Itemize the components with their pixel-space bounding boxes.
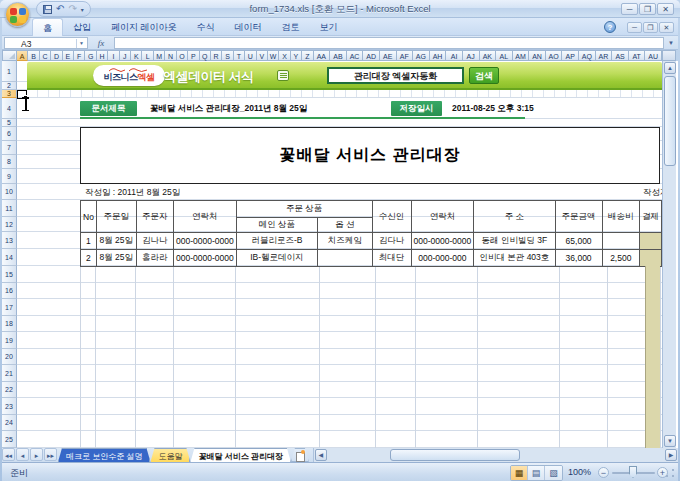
column-header-I[interactable]: I <box>108 50 119 61</box>
sheet-tab-active[interactable]: 꽃배달 서비스 관리대장 <box>190 448 290 462</box>
column-header-M[interactable]: M <box>154 50 165 61</box>
row-header-24[interactable]: 24 <box>2 415 17 431</box>
table-cell[interactable]: 2 <box>81 250 97 267</box>
column-header-B[interactable]: B <box>28 50 39 61</box>
first-sheet-icon[interactable]: ◂◂ <box>2 448 15 461</box>
table-cell[interactable] <box>639 250 661 267</box>
column-header-AS[interactable]: AS <box>612 50 629 61</box>
table-cell[interactable]: 000-0000-0000 <box>173 233 236 250</box>
column-header-D[interactable]: D <box>51 50 62 61</box>
table-cell[interactable] <box>318 250 372 267</box>
column-header-AK[interactable]: AK <box>480 50 497 61</box>
column-header-AU[interactable]: AU <box>645 50 662 61</box>
row-header-22[interactable]: 22 <box>2 382 17 398</box>
vertical-scrollbar[interactable]: ▲ ▼ <box>662 61 676 448</box>
formula-bar-expand-icon[interactable]: ▼ <box>664 37 678 49</box>
page-break-view-icon[interactable]: ▧ <box>545 466 562 480</box>
table-cell[interactable]: IB-헬로데이지 <box>236 250 318 267</box>
column-header-AP[interactable]: AP <box>562 50 579 61</box>
table-header[interactable]: 주문일 <box>96 201 136 233</box>
ribbon-tab-1[interactable]: 홈 <box>32 18 63 36</box>
banner-search-input[interactable]: 관리대장 엑셀자동화 <box>327 67 464 84</box>
row-header-19[interactable]: 19 <box>2 332 17 349</box>
horizontal-scroll-thumb[interactable] <box>390 449 520 461</box>
row-header-21[interactable]: 21 <box>2 365 17 382</box>
column-header-AO[interactable]: AO <box>546 50 563 61</box>
column-header-AH[interactable]: AH <box>430 50 447 61</box>
row-header-15[interactable]: 15 <box>2 266 17 283</box>
table-cell[interactable]: 2,500 <box>602 250 639 267</box>
ribbon-tab-4[interactable]: 수식 <box>187 18 225 36</box>
column-header-L[interactable]: L <box>142 50 153 61</box>
ribbon-tab-6[interactable]: 검토 <box>272 18 310 36</box>
column-header-S[interactable]: S <box>222 50 233 61</box>
table-cell[interactable]: 000-000-000 <box>411 250 474 267</box>
workbook-close-button[interactable]: ✕ <box>659 22 674 33</box>
row-header-7[interactable]: 7 <box>2 141 17 155</box>
office-button[interactable] <box>5 2 30 27</box>
column-header-W[interactable]: W <box>268 50 279 61</box>
column-header-AJ[interactable]: AJ <box>463 50 480 61</box>
table-cell[interactable]: 동래 인비빌딩 3F <box>474 233 555 250</box>
row-header-17[interactable]: 17 <box>2 299 17 316</box>
row-header-16[interactable]: 16 <box>2 283 17 299</box>
row-header-13[interactable]: 13 <box>2 232 17 249</box>
row-header-11[interactable]: 11 <box>2 200 17 217</box>
insert-worksheet-tab[interactable] <box>291 448 309 462</box>
row-header-6[interactable]: 6 <box>2 127 17 141</box>
table-header[interactable]: 주문자 <box>136 201 173 233</box>
sheet-tab-help[interactable]: 도움말 <box>150 448 190 462</box>
row-header-18[interactable]: 18 <box>2 316 17 332</box>
scroll-up-icon[interactable]: ▲ <box>664 62 676 74</box>
table-header-group[interactable]: 주문 상품 <box>236 201 372 218</box>
table-cell[interactable]: 000-0000-0000 <box>173 250 236 267</box>
table-header[interactable]: 결제 <box>639 201 661 233</box>
column-header-A[interactable]: A <box>17 50 28 61</box>
table-cell[interactable] <box>602 233 639 250</box>
scroll-right-icon[interactable]: ▶ <box>665 449 677 461</box>
row-header-9[interactable]: 9 <box>2 169 17 184</box>
ribbon-tab-3[interactable]: 페이지 레이아웃 <box>101 18 187 36</box>
row-header-3[interactable]: 3 <box>2 90 17 98</box>
minimize-button[interactable]: ─ <box>621 3 638 15</box>
help-icon[interactable]: ? <box>604 21 616 33</box>
table-header[interactable]: 배송비 <box>602 201 639 233</box>
name-box-dropdown-icon[interactable]: ▼ <box>76 39 86 48</box>
column-header-O[interactable]: O <box>177 50 188 61</box>
table-cell[interactable]: 36,000 <box>555 250 602 267</box>
table-header[interactable]: 주문금액 <box>555 201 602 233</box>
column-header-R[interactable]: R <box>211 50 222 61</box>
table-cell[interactable]: 65,000 <box>555 233 602 250</box>
formula-input[interactable] <box>114 37 664 49</box>
normal-view-icon[interactable]: ▦ <box>511 466 528 480</box>
column-header-N[interactable]: N <box>165 50 176 61</box>
table-subheader[interactable]: 메인 상품 <box>236 218 318 233</box>
table-cell[interactable]: 1 <box>81 233 97 250</box>
table-cell[interactable] <box>639 233 661 250</box>
name-box[interactable]: A3 ▼ <box>4 37 88 49</box>
column-header-X[interactable]: X <box>279 50 290 61</box>
row-header-25[interactable]: 25 <box>2 431 17 448</box>
table-subheader[interactable]: 옵 션 <box>318 218 372 233</box>
column-header-AN[interactable]: AN <box>529 50 546 61</box>
table-cell[interactable]: 홍라라 <box>136 250 173 267</box>
column-header-AC[interactable]: AC <box>347 50 364 61</box>
sheet-tab-macro-security[interactable]: 매크로 보안수준 설명 <box>58 448 150 462</box>
last-sheet-icon[interactable]: ▸▸ <box>44 448 57 461</box>
column-header-AB[interactable]: AB <box>330 50 347 61</box>
ribbon-tab-5[interactable]: 데이터 <box>225 18 272 36</box>
close-button[interactable]: ✕ <box>657 3 674 15</box>
column-header-AI[interactable]: AI <box>446 50 463 61</box>
row-header-20[interactable]: 20 <box>2 349 17 365</box>
row-header-12[interactable]: 12 <box>2 217 17 232</box>
row-header-2[interactable]: 2 <box>2 82 17 90</box>
resize-grip[interactable] <box>664 467 676 479</box>
horizontal-scrollbar[interactable]: ◀ ▶ <box>313 448 678 462</box>
column-header-AL[interactable]: AL <box>496 50 513 61</box>
workbook-restore-button[interactable]: ❐ <box>643 22 658 33</box>
column-header-P[interactable]: P <box>188 50 199 61</box>
row-header-4[interactable]: 4 <box>2 98 17 119</box>
next-sheet-icon[interactable]: ▸ <box>30 448 43 461</box>
ribbon-tab-7[interactable]: 보기 <box>310 18 348 36</box>
table-header[interactable]: 연락처 <box>173 201 236 233</box>
